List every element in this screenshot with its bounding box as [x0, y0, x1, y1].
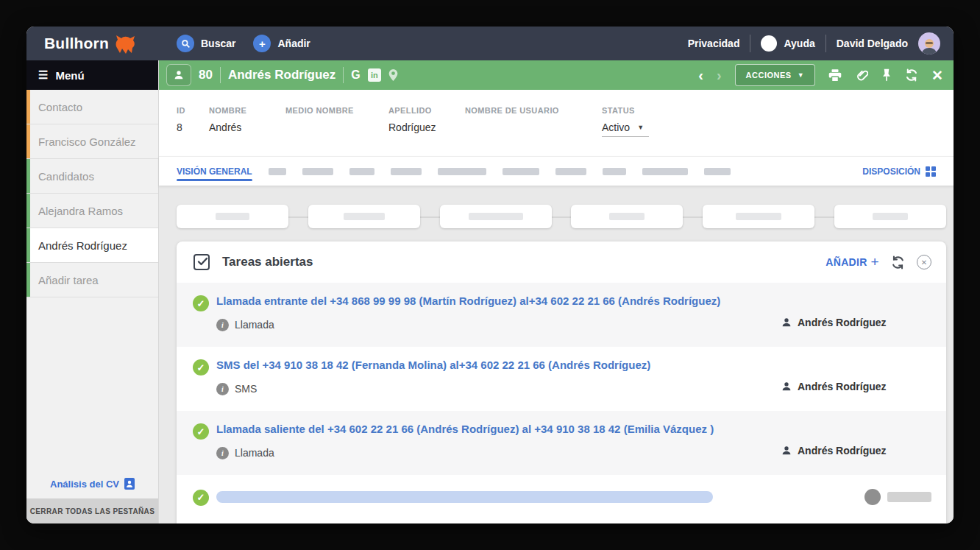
checkbox-check-icon — [193, 253, 212, 272]
actions-dropdown[interactable]: ACCIONES ▼ — [735, 64, 815, 86]
tab-placeholder[interactable] — [603, 168, 626, 175]
task-link-placeholder — [216, 491, 713, 503]
linkedin-icon[interactable]: in — [368, 68, 381, 82]
search-icon — [177, 35, 194, 52]
sidebar-item-label: Contacto — [38, 101, 82, 113]
task-link[interactable]: SMS del +34 910 38 18 42 (Fernanda Molin… — [216, 359, 781, 373]
tab-accent — [26, 263, 30, 297]
close-card-icon[interactable]: ✕ — [917, 255, 931, 269]
stepper-step[interactable] — [177, 205, 288, 228]
refresh-tasks-icon[interactable] — [891, 255, 905, 269]
record-tab-bar: VISIÓN GENERAL DISPOSICIÓN — [159, 156, 954, 186]
menu-toggle[interactable]: ☰ Menú — [26, 60, 158, 90]
tab-placeholder[interactable] — [503, 168, 539, 175]
add-task-button[interactable]: AÑADIR + — [825, 254, 879, 270]
workflow-stepper — [177, 205, 946, 228]
tab-placeholder[interactable] — [391, 168, 422, 175]
task-row: ✓ SMS del +34 910 38 18 42 (Fernanda Mol… — [177, 347, 946, 411]
tab-placeholder[interactable] — [642, 168, 688, 175]
previous-record-icon[interactable]: ‹ — [698, 68, 703, 82]
cv-analysis-link[interactable]: Análisis del CV — [26, 469, 158, 498]
stepper-step[interactable] — [571, 205, 683, 228]
stepper-step[interactable] — [703, 205, 814, 228]
avatar-placeholder — [864, 489, 881, 505]
task-type: Llamada — [235, 447, 274, 459]
help-link[interactable]: Ayuda — [761, 35, 814, 52]
sidebar-item-label: Alejandra Ramos — [38, 205, 123, 217]
task-owner: Andrés Rodríguez — [781, 297, 931, 347]
search-button[interactable]: Buscar — [177, 35, 235, 52]
sidebar-item-label: Francisco González — [38, 135, 136, 148]
task-complete-icon[interactable]: ✓ — [193, 295, 209, 311]
privacy-link[interactable]: Privacidad — [688, 38, 740, 49]
stepper-step[interactable] — [834, 205, 946, 228]
close-record-icon[interactable]: ✕ — [931, 68, 943, 82]
user-avatar[interactable] — [918, 32, 940, 54]
stepper-step[interactable] — [440, 205, 552, 228]
actions-label: ACCIONES — [746, 71, 792, 80]
app-window: Bullhorn Buscar + Añadir Privacidad Ayud… — [26, 27, 954, 523]
divider — [825, 35, 826, 52]
tab-label: VISIÓN GENERAL — [177, 166, 252, 177]
menu-label: Menú — [55, 69, 84, 82]
field-header-apellido: APELLIDO — [388, 106, 465, 115]
task-complete-icon[interactable]: ✓ — [193, 359, 209, 376]
tab-placeholder[interactable] — [438, 168, 486, 175]
task-link[interactable]: Llamada saliente del +34 602 22 21 66 (A… — [216, 423, 781, 437]
sidebar-item-anadir-tarea[interactable]: Añadir tarea — [26, 263, 158, 297]
tab-placeholder[interactable] — [349, 168, 374, 175]
status-dropdown[interactable]: Activo ▼ — [602, 121, 649, 137]
person-icon — [781, 381, 792, 392]
contact-record-icon[interactable] — [166, 64, 191, 86]
field-header-usuario: NOMBRE DE USUARIO — [465, 106, 602, 115]
person-icon — [781, 317, 792, 328]
tab-placeholder[interactable] — [302, 168, 333, 175]
sidebar-item-contacto[interactable]: Contacto — [26, 90, 158, 124]
divider — [220, 67, 221, 83]
info-icon: i — [216, 319, 229, 331]
close-all-tabs-button[interactable]: CERRAR TODAS LAS PESTAÑAS — [26, 498, 158, 523]
grid-layout-icon — [926, 166, 936, 177]
record-panel: 80 Andrés Rodríguez G in ‹ › ACCIONES ▼ — [159, 60, 954, 523]
cv-link-label: Análisis del CV — [50, 479, 119, 490]
print-icon[interactable] — [828, 69, 842, 82]
tab-accent — [26, 194, 30, 228]
task-type: SMS — [235, 383, 257, 395]
user-name[interactable]: David Delgado — [837, 38, 908, 49]
tab-placeholder[interactable] — [704, 168, 731, 175]
field-value-apellido: Rodríguez — [388, 121, 465, 133]
stepper-line — [184, 216, 939, 218]
stepper-step[interactable] — [308, 205, 420, 228]
owner-name-placeholder — [887, 492, 931, 502]
task-row-loading: ✓ — [177, 475, 946, 519]
sidebar-item-alejandra-ramos[interactable]: Alejandra Ramos — [26, 194, 158, 228]
task-owner-name: Andrés Rodríguez — [798, 317, 887, 328]
link-icon[interactable] — [855, 68, 868, 82]
field-header-nombre: NOMBRE — [209, 106, 285, 115]
tab-vision-general[interactable]: VISIÓN GENERAL — [177, 158, 252, 186]
sidebar-item-label: Candidatos — [38, 170, 94, 183]
sidebar-item-andres-rodriguez[interactable]: Andrés Rodríguez — [26, 228, 158, 263]
next-record-icon[interactable]: › — [717, 68, 722, 82]
task-complete-icon[interactable]: ✓ — [193, 490, 209, 506]
task-link[interactable]: Llamada entrante del +34 868 99 99 98 (M… — [216, 295, 781, 309]
task-owner-name: Andrés Rodríguez — [798, 445, 887, 456]
task-owner: Andrés Rodríguez — [781, 362, 931, 411]
task-complete-icon[interactable]: ✓ — [193, 423, 209, 440]
tab-placeholder[interactable] — [269, 168, 286, 175]
sidebar-item-label: Andrés Rodríguez — [38, 239, 127, 252]
refresh-icon[interactable] — [905, 68, 918, 82]
search-label: Buscar — [201, 38, 235, 49]
document-icon — [124, 478, 135, 490]
sidebar-item-francisco-gonzalez[interactable]: Francisco González — [26, 124, 158, 159]
pin-icon[interactable] — [881, 68, 892, 82]
tab-accent — [26, 159, 30, 193]
sidebar-item-candidatos[interactable]: Candidatos — [26, 159, 158, 194]
google-search-icon[interactable]: G — [351, 68, 360, 82]
add-button[interactable]: + Añadir — [253, 35, 310, 52]
task-row: ✓ Llamada entrante del +34 868 99 99 98 … — [177, 283, 946, 347]
record-name: Andrés Rodríguez — [228, 68, 335, 82]
tab-placeholder[interactable] — [555, 168, 586, 175]
location-pin-icon[interactable] — [388, 69, 398, 81]
disposition-button[interactable]: DISPOSICIÓN — [862, 166, 936, 177]
